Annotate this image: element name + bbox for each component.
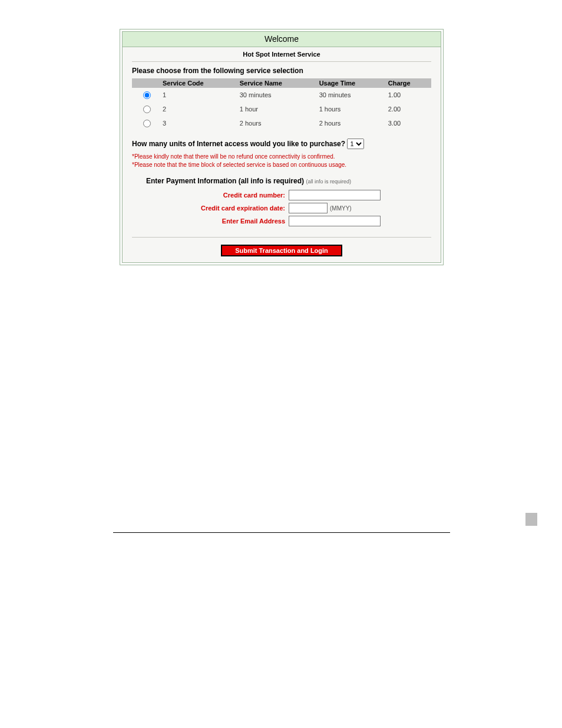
service-table: Service Code Service Name Usage Time Cha… [132,78,431,130]
cell-charge: 2.00 [386,102,431,116]
service-radio-3[interactable] [143,120,151,127]
service-subtitle: Hot Spot Internet Service [123,47,441,60]
panel-inner: Welcome Hot Spot Internet Service Please… [122,31,441,263]
cc-exp-label: Credit card expiration date: [132,205,289,212]
submit-button[interactable]: Submit Transaction and Login [221,245,342,256]
mmyy-hint: (MMYY) [330,205,352,212]
footer-rule [113,532,450,533]
payment-form: Credit card number: Credit card expirati… [132,190,431,226]
cell-name: 30 minutes [237,88,317,102]
th-usage-time: Usage Time [317,78,386,88]
payment-heading-small: (all info is required) [306,179,351,185]
usage-note: *Please note that the time block of sele… [132,161,431,169]
service-radio-2[interactable] [143,106,151,113]
th-radio [132,78,160,88]
welcome-bar: Welcome [123,32,441,47]
email-label: Enter Email Address [132,218,289,225]
cell-code: 3 [160,116,237,130]
divider-top [132,61,431,62]
th-charge: Charge [386,78,431,88]
cell-code: 1 [160,88,237,102]
units-question: How many units of Internet access would … [132,140,345,148]
cell-charge: 3.00 [386,116,431,130]
cc-exp-input[interactable] [289,203,328,213]
cc-number-label: Credit card number: [132,192,289,199]
payment-heading: Enter Payment Information (all info is r… [146,177,431,185]
email-input[interactable] [289,216,381,226]
service-panel: Welcome Hot Spot Internet Service Please… [120,29,444,265]
cc-number-input[interactable] [289,190,381,200]
cell-name: 1 hour [237,102,317,116]
payment-heading-main: Enter Payment Information (all info is r… [146,177,304,185]
units-select[interactable]: 1 [347,139,364,149]
th-service-code: Service Code [160,78,237,88]
cell-usage: 30 minutes [317,88,386,102]
table-row: 3 2 hours 2 hours 3.00 [132,116,431,130]
cell-usage: 1 hours [317,102,386,116]
units-row: How many units of Internet access would … [132,139,431,149]
table-row: 1 30 minutes 30 minutes 1.00 [132,88,431,102]
service-radio-1[interactable] [143,91,151,99]
divider-bottom [132,237,431,238]
refund-note: *Please kindly note that there will be n… [132,153,431,161]
choose-heading: Please choose from the following service… [132,67,431,75]
th-service-name: Service Name [237,78,317,88]
table-row: 2 1 hour 1 hours 2.00 [132,102,431,116]
cell-usage: 2 hours [317,116,386,130]
page-number-box [525,513,537,526]
cell-name: 2 hours [237,116,317,130]
cell-code: 2 [160,102,237,116]
cell-charge: 1.00 [386,88,431,102]
